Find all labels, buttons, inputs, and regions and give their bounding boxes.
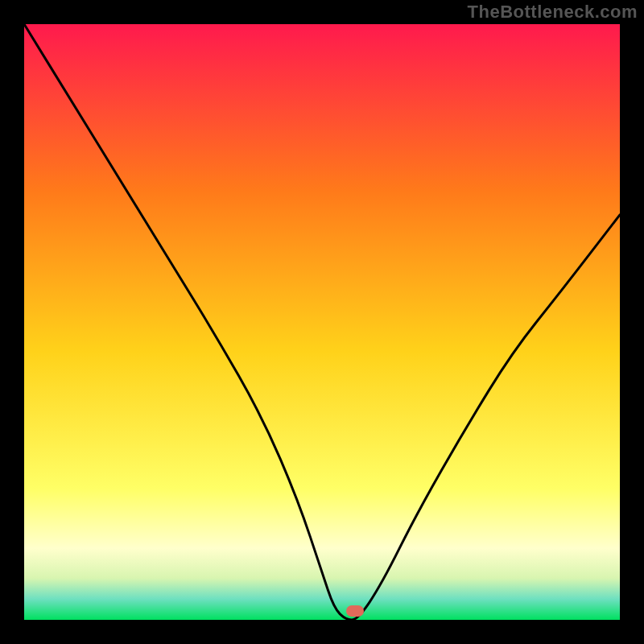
bottleneck-curve bbox=[24, 24, 620, 620]
optimal-point-marker bbox=[346, 605, 364, 617]
attribution-text: TheBottleneck.com bbox=[468, 2, 638, 23]
plot-area bbox=[24, 24, 620, 620]
chart-frame: TheBottleneck.com bbox=[0, 0, 644, 644]
